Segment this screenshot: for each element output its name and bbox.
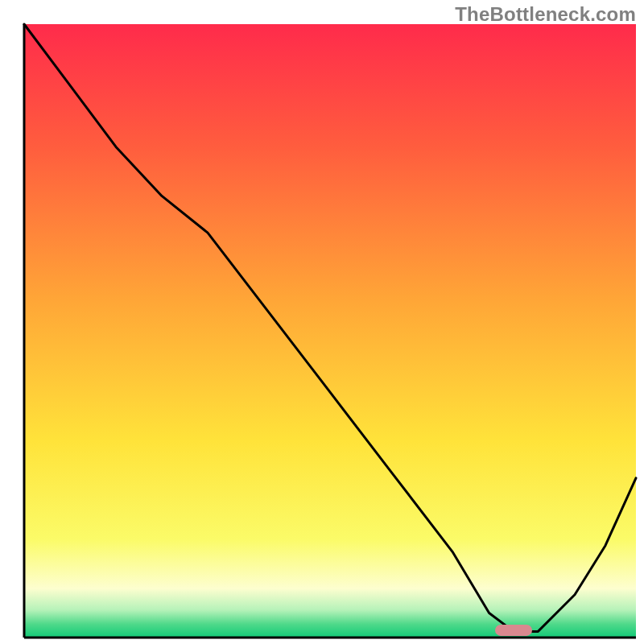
chart-svg: [0, 0, 644, 644]
target-marker: [495, 625, 532, 636]
watermark-text: TheBottleneck.com: [455, 3, 636, 26]
bottleneck-chart: TheBottleneck.com: [0, 0, 644, 644]
gradient-background: [24, 24, 636, 638]
